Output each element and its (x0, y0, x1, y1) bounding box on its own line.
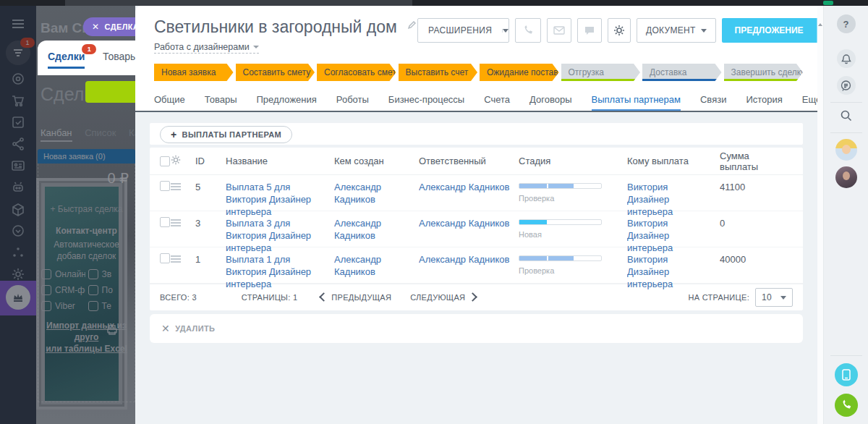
top-strip-band (65, 0, 412, 6)
rail-divider (830, 102, 862, 103)
deal-tab[interactable]: Договоры (529, 94, 571, 111)
cell-name-link[interactable]: Выплата 5 для Виктория Дизайнер интерьер… (226, 181, 334, 218)
row-checkbox[interactable] (160, 181, 170, 191)
cell-responsible-link[interactable]: Александр Кадников (419, 181, 519, 193)
offer-label: ПРЕДЛОЖЕНИЕ (722, 18, 817, 43)
cell-name-link[interactable]: Выплата 1 для Виктория Дизайнер интерьер… (226, 253, 334, 290)
close-icon: ✕ (92, 22, 99, 32)
cell-payee-link[interactable]: Виктория Дизайнер интерьера (627, 253, 720, 290)
pipeline-stage[interactable]: Новая заявка (154, 64, 234, 81)
scrollbar[interactable] (817, 6, 824, 424)
add-deal-button-sliver[interactable] (85, 81, 135, 103)
pipeline-stage[interactable]: Завершить сделку (724, 64, 804, 81)
telephony-phone-icon[interactable] (835, 394, 858, 417)
deal-tab[interactable]: Выплаты партнерам (592, 94, 681, 111)
slider-header: Светильники в загородный дом Работа с ди… (135, 6, 817, 112)
deal-tab[interactable]: Роботы (336, 94, 369, 111)
slider-close-label: СДЕЛКА (104, 22, 139, 31)
cell-responsible-link[interactable]: Александр Кадников (419, 253, 519, 266)
call-button[interactable] (515, 18, 541, 43)
column-id[interactable]: ID (195, 156, 226, 166)
stage-pipeline: Новая заявка Составить смету Согласовать… (154, 64, 803, 81)
pipeline-stage[interactable]: Ожидание поставки (480, 64, 559, 81)
grid-settings-gear-icon[interactable] (171, 155, 195, 167)
avatar-user[interactable] (835, 166, 857, 188)
deal-tab[interactable]: Еще (802, 94, 817, 111)
column-stage[interactable]: Стадия (519, 156, 627, 166)
column-payee[interactable]: Кому выплата (627, 156, 720, 166)
per-page-select[interactable]: 10 (755, 288, 793, 307)
help-button[interactable]: ? (837, 14, 856, 33)
bulk-actions-panel: ✕ УДАЛИТЬ (150, 314, 803, 343)
delete-button[interactable]: ✕ УДАЛИТЬ (161, 323, 215, 334)
stage-progress-bar[interactable] (519, 183, 602, 189)
stage-underline (724, 79, 804, 81)
mobile-app-icon[interactable] (835, 363, 858, 386)
edit-pencil-icon[interactable] (407, 14, 417, 34)
stage-label: Новая (519, 229, 620, 241)
table-row[interactable]: 3 Выплата 3 для Виктория Дизайнер интерь… (150, 211, 803, 247)
extensions-dropdown[interactable] (502, 29, 509, 33)
row-checkbox[interactable] (160, 217, 170, 227)
cell-amount: 41100 (720, 181, 793, 193)
deal-tab[interactable]: Бизнес-процессы (388, 94, 464, 111)
cell-creator-link[interactable]: Александр Кадников (334, 217, 419, 242)
pipeline-stage[interactable]: Доставка (642, 64, 722, 81)
stage-label: Проверка (519, 192, 620, 205)
rail-divider (830, 132, 862, 133)
row-drag-handle[interactable] (171, 255, 181, 263)
cell-responsible-link[interactable]: Александр Кадников (419, 217, 519, 229)
table-row[interactable]: 1 Выплата 1 для Виктория Дизайнер интерь… (150, 247, 803, 284)
table-body: 5 Выплата 5 для Виктория Дизайнер интерь… (150, 175, 803, 284)
deal-tab[interactable]: Общие (154, 94, 185, 111)
offer-button[interactable]: ПРЕДЛОЖЕНИЕ (722, 18, 817, 43)
select-all-checkbox[interactable] (160, 156, 170, 166)
search-icon[interactable] (840, 109, 853, 125)
cell-payee-link[interactable]: Виктория Дизайнер интерьера (627, 217, 720, 254)
table-header: ID Название Кем создан Ответственный Ста… (150, 148, 803, 175)
column-responsible[interactable]: Ответственный (419, 156, 519, 166)
scroll-up-arrow[interactable] (818, 23, 822, 26)
pipeline-stage[interactable]: Отгрузка (561, 64, 641, 81)
pipeline-stage[interactable]: Согласовать смету (317, 64, 396, 81)
row-drag-handle[interactable] (171, 219, 181, 226)
section-tab-products[interactable]: Товары (103, 51, 137, 62)
deal-tab[interactable]: Связи (700, 94, 726, 111)
deal-slider: Светильники в загородный дом Работа с ди… (135, 6, 817, 424)
stage-progress-bar[interactable] (519, 219, 602, 225)
prev-page-button[interactable]: ПРЕДЫДУЩАЯ (320, 293, 391, 302)
section-tab-deals[interactable]: Сделки 1 (48, 51, 85, 69)
email-button[interactable] (547, 18, 571, 43)
table-row[interactable]: 5 Выплата 5 для Виктория Дизайнер интерь… (150, 175, 803, 211)
notifications-bell-icon[interactable] (837, 49, 856, 68)
cell-name-link[interactable]: Выплата 3 для Виктория Дизайнер интерьер… (226, 217, 334, 254)
avatar-assistant[interactable] (835, 139, 857, 161)
top-window-strip (0, 0, 868, 6)
row-drag-handle[interactable] (171, 183, 181, 190)
extensions-button[interactable]: РАСШИРЕНИЯ (417, 18, 509, 43)
column-creator[interactable]: Кем создан (334, 156, 419, 166)
next-page-button[interactable]: СЛЕДУЮЩАЯ (410, 293, 476, 302)
per-page-label: НА СТРАНИЦЕ: (688, 293, 749, 302)
cell-payee-link[interactable]: Виктория Дизайнер интерьера (627, 181, 720, 218)
cell-creator-link[interactable]: Александр Кадников (334, 181, 419, 205)
column-name[interactable]: Название (226, 156, 334, 166)
column-amount[interactable]: Сумма выплаты (720, 150, 793, 172)
deal-tab[interactable]: Предложения (256, 94, 316, 111)
feed-chat-icon[interactable] (837, 76, 856, 95)
stage-progress-bar[interactable] (519, 255, 602, 261)
settings-button[interactable] (608, 18, 631, 43)
deal-tab[interactable]: История (746, 94, 782, 111)
rail-divider (830, 355, 862, 356)
chat-button[interactable] (577, 18, 602, 43)
pipeline-selector[interactable]: Работа с дизайнерами (154, 42, 259, 54)
add-payout-button[interactable]: + ВЫПЛАТЫ ПАРТНЕРАМ (160, 126, 292, 143)
document-button[interactable]: ДОКУМЕНТ (637, 18, 716, 43)
pipeline-stage[interactable]: Составить смету (236, 64, 315, 81)
pipeline-stage[interactable]: Выставить счет (399, 64, 478, 81)
cell-creator-link[interactable]: Александр Кадников (334, 253, 419, 278)
deal-tab[interactable]: Товары (205, 94, 237, 111)
deal-tab[interactable]: Счета (484, 94, 510, 111)
cell-stage: Новая (519, 217, 627, 241)
row-checkbox[interactable] (160, 253, 170, 263)
